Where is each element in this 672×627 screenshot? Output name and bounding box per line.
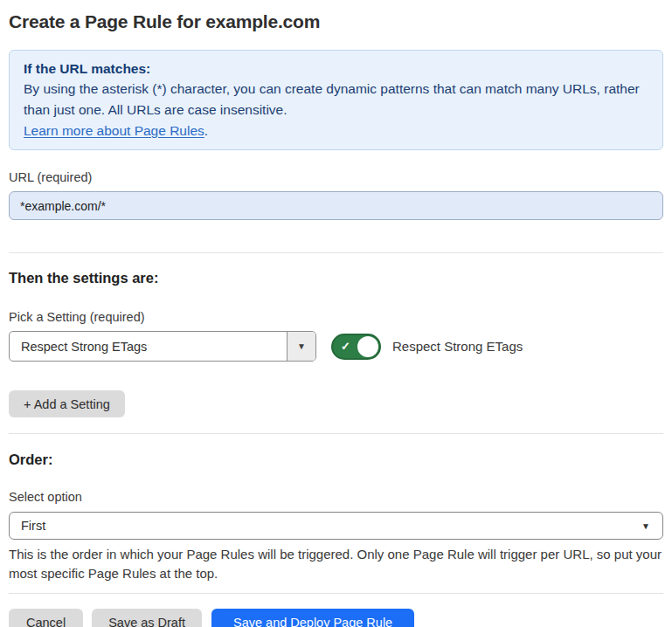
order-select[interactable]: First ▼ xyxy=(9,512,663,540)
respect-strong-etags-toggle[interactable]: ✓ xyxy=(331,334,381,360)
order-help-text: This is the order in which your Page Rul… xyxy=(9,545,663,582)
toggle-knob xyxy=(357,336,378,357)
check-icon: ✓ xyxy=(341,341,350,352)
save-and-deploy-button[interactable]: Save and Deploy Page Rule xyxy=(211,609,414,627)
add-setting-button[interactable]: + Add a Setting xyxy=(9,390,125,417)
pick-setting-label: Pick a Setting (required) xyxy=(9,310,663,324)
page-title: Create a Page Rule for example.com xyxy=(9,11,663,32)
url-input[interactable] xyxy=(9,191,663,220)
divider xyxy=(9,433,663,434)
dropdown-arrow-icon[interactable]: ▼ xyxy=(287,332,315,361)
setting-row: Respect Strong ETags ▼ ✓ Respect Strong … xyxy=(9,331,663,362)
url-match-info-box: If the URL matches: By using the asteris… xyxy=(9,50,663,150)
order-select-label: Select option xyxy=(9,490,663,504)
divider xyxy=(9,252,663,253)
order-select-value: First xyxy=(21,519,45,533)
settings-section-heading: Then the settings are: xyxy=(9,270,663,286)
cancel-button[interactable]: Cancel xyxy=(9,609,83,627)
toggle-group: ✓ Respect Strong ETags xyxy=(331,334,523,360)
footer-actions: Cancel Save as Draft Save and Deploy Pag… xyxy=(9,609,663,627)
chevron-down-icon: ▼ xyxy=(641,521,650,531)
order-section-heading: Order: xyxy=(9,451,663,468)
info-box-body: By using the asterisk (*) character, you… xyxy=(24,79,648,121)
setting-dropdown[interactable]: Respect Strong ETags ▼ xyxy=(9,331,316,362)
info-box-heading: If the URL matches: xyxy=(24,59,648,79)
divider xyxy=(9,593,663,594)
setting-dropdown-value: Respect Strong ETags xyxy=(10,332,287,361)
toggle-label: Respect Strong ETags xyxy=(392,339,523,354)
save-as-draft-button[interactable]: Save as Draft xyxy=(92,609,202,627)
info-box-link-line: Learn more about Page Rules. xyxy=(24,121,648,141)
learn-more-link[interactable]: Learn more about Page Rules xyxy=(24,123,204,138)
url-field-label: URL (required) xyxy=(9,170,663,184)
link-period: . xyxy=(204,123,208,138)
